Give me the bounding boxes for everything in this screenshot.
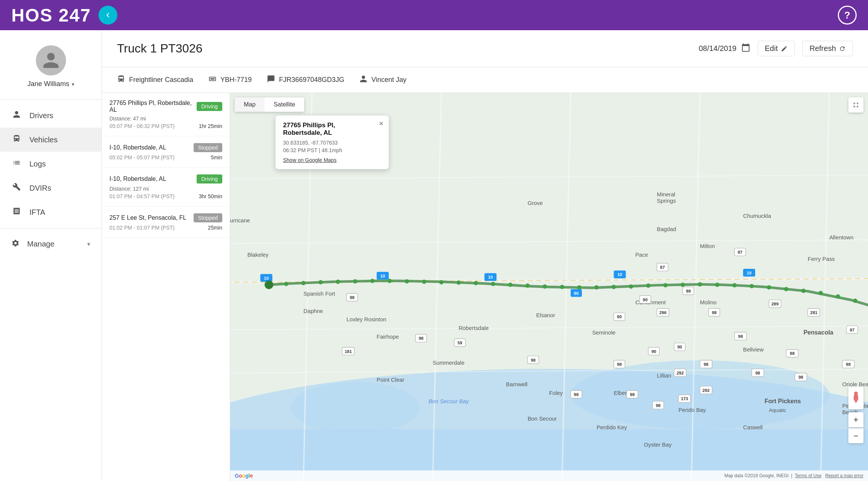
edit-button[interactable]: Edit [758,41,795,56]
sidebar: Jane Williams ▾ Drivers Vehicles Logs [0,30,102,481]
trip-duration: 1hr 25min [199,123,222,129]
content-area: 27765 Phillips Pl, Robertsdale, AL Drivi… [102,93,868,481]
terms-link[interactable]: Terms of Use [795,473,822,478]
svg-text:98: 98 [350,295,355,300]
truck-model-text: Freightliner Cascadia [129,76,193,84]
svg-text:Hurricane: Hurricane [230,217,250,224]
svg-point-4 [291,382,420,433]
svg-point-39 [491,282,495,286]
svg-point-41 [525,284,529,288]
trip-status-badge: Stopped [194,143,222,152]
trip-item-3[interactable]: 257 E Lee St, Pensacola, FL Stopped 01:0… [102,207,230,238]
svg-point-28 [301,281,305,285]
driver-name-text: Vincent Jay [371,76,406,84]
svg-text:98: 98 [617,362,622,367]
trip-duration: 5min [211,154,222,160]
map-expand-button[interactable] [848,97,863,113]
trip-detail: Distance: 127 mi [109,186,222,192]
back-button[interactable] [98,6,117,25]
zoom-in-button[interactable]: + [848,412,863,427]
svg-text:292: 292 [702,388,709,393]
svg-point-37 [456,281,460,285]
nav-divider [0,99,102,100]
tab-map[interactable]: Map [235,97,265,112]
svg-point-46 [612,285,616,289]
trip-duration: 3hr 50min [199,193,222,199]
trip-item-2[interactable]: I-10, Robertsdale, AL Driving Distance: … [102,168,230,207]
list-icon [11,159,22,169]
tab-satellite[interactable]: Satellite [265,97,304,112]
svg-text:Molino: Molino [700,299,717,305]
zoom-out-button[interactable]: − [848,428,863,443]
receipt-icon [11,207,22,217]
driver-person-icon [359,75,368,85]
sidebar-item-logs[interactable]: Logs [0,152,102,176]
map-zoom-controls: + − [848,412,863,443]
svg-text:Robertsdale: Robertsdale [459,325,489,331]
svg-text:10: 10 [488,275,493,279]
trip-duration: 25min [208,225,222,231]
svg-point-34 [405,279,409,283]
date-text: 08/14/2019 [699,44,736,53]
svg-text:Oyster Bay: Oyster Bay [644,442,672,448]
trip-item-1[interactable]: I-10, Robertsdale, AL Stopped 05:02 PM -… [102,136,230,168]
google-logo: Google [235,473,253,479]
trip-status-badge: Driving [197,174,222,183]
popup-google-maps-link[interactable]: Show on Google Maps [283,157,381,163]
svg-text:98: 98 [790,351,795,356]
date-display: 08/14/2019 [699,43,750,54]
sidebar-item-vehicles[interactable]: Vehicles [0,128,102,152]
trip-item-0[interactable]: 27765 Phillips Pl, Robertsdale, AL Drivi… [102,93,230,136]
svg-text:Chumuckla: Chumuckla [743,213,771,219]
tab-map-label: Map [244,101,255,108]
page-title: Truck 1 PT3026 [117,42,202,55]
svg-text:173: 173 [681,396,688,401]
popup-title: 27765 Phillips Pl, Robertsdale, AL [283,122,381,137]
trip-location: I-10, Robertsdale, AL [109,176,197,182]
svg-text:98: 98 [686,289,691,293]
popup-time-speed: 06:32 PM PST | 48.1mph [283,147,381,153]
street-view-button[interactable] [848,387,863,409]
svg-point-50 [680,283,685,287]
svg-point-35 [422,280,426,284]
svg-text:Lillian: Lillian [657,373,671,379]
eld-text: FJR36697048GD3JG [279,76,344,84]
svg-text:10: 10 [617,272,622,277]
help-button[interactable]: ? [838,6,857,25]
popup-close-button[interactable]: × [379,119,383,128]
svg-text:Bellview: Bellview [743,347,764,353]
svg-text:98: 98 [630,392,635,397]
svg-text:Seminole: Seminole [592,330,616,336]
sidebar-item-manage[interactable]: Manage ▾ [0,232,102,256]
svg-text:98: 98 [531,358,536,362]
map-footer: Google Map data ©2019 Google, INEGI | Te… [230,470,868,481]
settings-icon [11,239,20,249]
sidebar-item-drivers[interactable]: Drivers [0,103,102,128]
sidebar-item-ifta[interactable]: IFTA [0,200,102,224]
svg-point-33 [388,279,392,283]
svg-text:281: 281 [810,310,818,315]
sidebar-item-dvirs[interactable]: DVIRs [0,176,102,200]
svg-text:90: 90 [643,298,648,302]
svg-text:Perdido Key: Perdido Key [597,424,627,430]
bus-icon [11,134,22,145]
svg-point-55 [767,285,771,289]
svg-point-58 [819,291,823,295]
trip-time-range: 01:02 PM - 01:07 PM (PST) [109,225,175,231]
trip-list: 27765 Phillips Pl, Robertsdale, AL Drivi… [102,93,230,481]
refresh-label: Refresh [810,44,836,53]
svg-point-54 [749,284,754,288]
truck-model-info: Freightliner Cascadia [117,75,193,85]
map-data-text: Map data ©2019 Google, INEGI [724,473,788,478]
refresh-button[interactable]: Refresh [802,41,853,56]
app-logo: HOS 247 [11,5,91,26]
svg-text:292: 292 [677,371,684,375]
user-name-display[interactable]: Jane Williams ▾ [27,80,74,88]
calendar-icon[interactable] [741,43,750,54]
svg-text:Barnwell: Barnwell [506,381,528,387]
svg-text:90: 90 [617,314,622,319]
report-link[interactable]: Report a map error [825,473,863,478]
user-name-text: Jane Williams [27,80,69,88]
svg-text:Springs: Springs [657,198,676,204]
svg-point-48 [646,284,650,288]
